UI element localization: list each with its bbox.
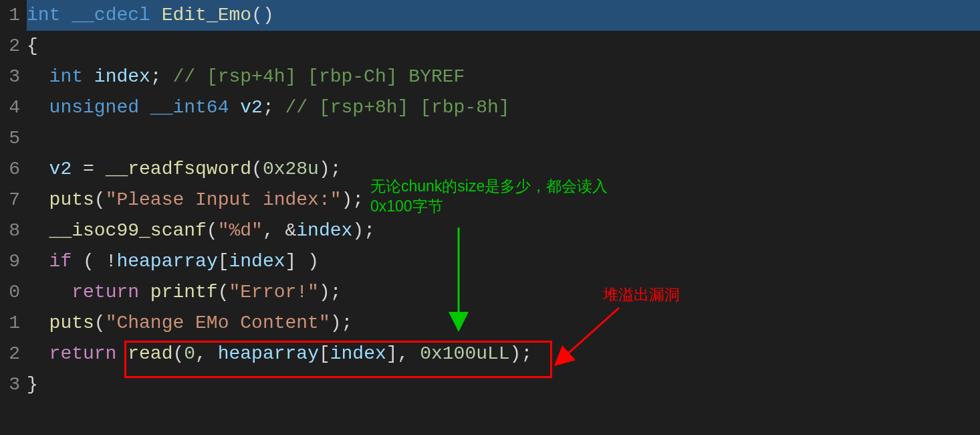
brace-close: } [27, 374, 38, 395]
line-number: 2 [0, 339, 20, 369]
function-printf: printf [150, 282, 218, 302]
line-number: 6 [0, 154, 20, 185]
variable-heaparray: heaparray [218, 343, 319, 364]
line-number: 3 [0, 62, 20, 92]
code-line-8[interactable]: __isoc99_scanf("%d", &index); [27, 215, 980, 246]
keyword-return: return [72, 282, 139, 302]
code-line-3[interactable]: int index; // [rsp+4h] [rbp-Ch] BYREF [27, 62, 980, 92]
string-literal: "%d" [218, 220, 263, 241]
line-number: 5 [0, 123, 20, 154]
keyword-if: if [49, 251, 72, 272]
number-literal: 0x100uLL [420, 343, 509, 364]
comment: // [rsp+8h] [rbp-8h] [274, 97, 510, 118]
code-line-5[interactable] [27, 123, 980, 154]
keyword-int64: __int64 [150, 97, 229, 118]
code-line-13[interactable]: } [27, 369, 980, 400]
variable-index: index [296, 220, 352, 241]
line-number: 8 [0, 215, 20, 246]
function-puts: puts [49, 313, 94, 333]
variable-v2: v2 [49, 159, 72, 179]
keyword-int: int [49, 66, 83, 87]
code-line-4[interactable]: unsigned __int64 v2; // [rsp+8h] [rbp-8h… [27, 92, 980, 123]
line-number: 2 [0, 31, 20, 62]
line-number: 9 [0, 246, 20, 277]
annotation-green-comment: 无论chunk的size是多少，都会读入 0x100字节 [370, 176, 608, 216]
line-number: 7 [0, 185, 20, 215]
brace-open: { [27, 35, 38, 56]
function-readfsqword: __readfsqword [106, 159, 251, 179]
function-read: read [128, 343, 172, 364]
keyword-return: return [49, 343, 117, 364]
keyword-cdecl: __cdecl [72, 5, 150, 25]
variable-index: index [229, 251, 285, 272]
code-line-1[interactable]: int __cdecl Edit_Emo() [27, 0, 980, 31]
keyword-int: int [27, 5, 60, 25]
variable-index: index [330, 343, 386, 364]
parentheses: () [251, 5, 274, 25]
string-literal: "Change EMo Content" [106, 313, 330, 333]
annotation-red-label: 堆溢出漏洞 [603, 284, 680, 304]
function-name: Edit_Emo [162, 5, 251, 25]
variable-index: index [94, 66, 150, 87]
line-number: 1 [0, 308, 20, 339]
string-literal: "Error!" [229, 282, 319, 302]
code-area[interactable]: int __cdecl Edit_Emo() { int index; // [… [24, 0, 980, 435]
comment: // [rsp+4h] [rbp-Ch] BYREF [162, 66, 465, 87]
function-puts: puts [49, 189, 94, 210]
function-scanf: __isoc99_scanf [49, 220, 207, 241]
code-line-10[interactable]: return printf("Error!"); [27, 277, 980, 308]
line-number: 4 [0, 92, 20, 123]
code-line-2[interactable]: { [27, 31, 980, 62]
code-line-9[interactable]: if ( !heaparray[index] ) [27, 246, 980, 277]
variable-v2: v2 [240, 97, 263, 118]
line-number: 3 [0, 369, 20, 400]
string-literal: "Please Input index:" [106, 189, 342, 210]
code-line-12[interactable]: return read(0, heaparray[index], 0x100uL… [27, 339, 980, 369]
keyword-unsigned: unsigned [49, 97, 139, 118]
number-literal: 0x28u [263, 159, 319, 179]
line-number-gutter: 1 2 3 4 5 6 7 8 9 0 1 2 3 [0, 0, 24, 435]
line-number: 1 [0, 0, 20, 31]
line-number: 0 [0, 277, 20, 308]
code-editor[interactable]: 1 2 3 4 5 6 7 8 9 0 1 2 3 int __cdecl Ed… [0, 0, 980, 435]
variable-heaparray: heaparray [116, 251, 217, 272]
number-literal: 0 [184, 343, 195, 364]
code-line-11[interactable]: puts("Change EMo Content"); [27, 308, 980, 339]
